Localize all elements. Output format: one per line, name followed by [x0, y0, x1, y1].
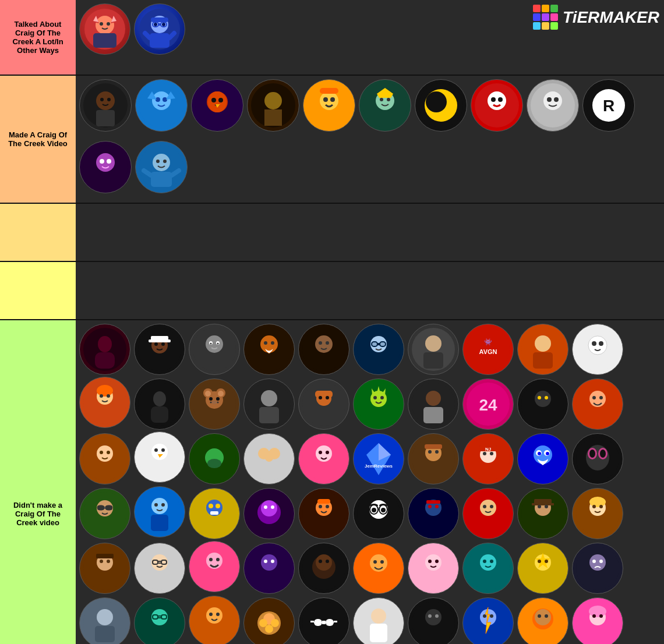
avatar-a-5[interactable] [303, 79, 355, 132]
avatar-d-48[interactable] [462, 543, 514, 594]
avatar-d-29[interactable] [517, 433, 568, 484]
avatar-d-25[interactable] [298, 433, 349, 484]
avatar-d-58[interactable] [462, 597, 514, 644]
svg-point-241 [428, 505, 432, 508]
avatar-d-16[interactable] [353, 378, 404, 430]
avatar-d-34[interactable] [243, 488, 295, 539]
svg-rect-97 [380, 342, 386, 346]
avatar-d-35[interactable] [298, 488, 349, 539]
avatar-d-49[interactable] [517, 543, 568, 594]
avatar-d-14[interactable] [243, 378, 295, 430]
avatar-s-2[interactable] [134, 3, 185, 55]
avatar-d-5[interactable] [298, 324, 349, 375]
svg-point-318 [259, 619, 267, 627]
avatar-d-10[interactable] [572, 324, 623, 375]
avatar-d-47[interactable] [408, 543, 459, 594]
svg-point-166 [161, 448, 165, 452]
avatar-d-23[interactable] [189, 433, 240, 484]
avatar-d-27[interactable] [408, 433, 459, 484]
avatar-d-24[interactable] [243, 433, 295, 484]
avatar-d-40[interactable] [572, 488, 623, 539]
svg-point-33 [218, 98, 223, 102]
svg-rect-11 [151, 17, 168, 22]
svg-point-158 [599, 396, 603, 399]
avatar-d-54[interactable] [243, 597, 295, 644]
avatar-d-15[interactable] [298, 378, 349, 430]
avatar-d-57[interactable] [408, 597, 459, 644]
svg-point-219 [216, 504, 220, 508]
avatar-d-9[interactable] [517, 324, 568, 375]
avatar-d-45[interactable] [298, 543, 349, 594]
avatar-d-3[interactable] [189, 324, 240, 375]
avatar-d-42[interactable] [134, 543, 185, 594]
avatar-a-10[interactable]: R [582, 79, 635, 132]
avatar-d-4[interactable] [243, 324, 295, 375]
avatar-d-41[interactable] [79, 543, 130, 594]
avatar-d-22[interactable] [134, 431, 185, 483]
svg-point-213 [154, 503, 158, 507]
svg-point-92 [319, 341, 322, 345]
avatar-d-56[interactable] [353, 597, 404, 644]
svg-rect-107 [533, 352, 553, 369]
avatar-d-7[interactable] [408, 324, 459, 375]
avatar-d-21[interactable] [79, 433, 130, 484]
avatar-d-37[interactable] [408, 488, 459, 539]
avatar-d-28[interactable]: NJ [462, 433, 514, 484]
svg-point-85 [217, 343, 219, 345]
svg-rect-133 [259, 407, 279, 423]
svg-point-3 [107, 22, 110, 26]
avatar-a-3[interactable] [191, 79, 243, 132]
svg-text:R: R [603, 97, 614, 115]
avatar-d-46[interactable] [353, 543, 404, 594]
avatar-d-6[interactable] [353, 324, 404, 375]
svg-point-297 [538, 560, 541, 563]
avatar-a-6[interactable] [359, 79, 411, 132]
avatar-d-1[interactable] [79, 324, 130, 375]
avatar-d-51[interactable] [79, 597, 130, 644]
avatar-d-31[interactable] [79, 488, 130, 539]
avatar-d-52[interactable] [134, 597, 185, 644]
avatar-d-19[interactable] [517, 378, 568, 430]
avatar-d-8[interactable]: AVGN👾 [462, 324, 514, 375]
avatar-d-60[interactable] [572, 597, 623, 644]
avatar-d-59[interactable] [517, 597, 568, 644]
svg-point-45 [380, 98, 383, 101]
svg-point-46 [387, 98, 390, 101]
logo-cell-4 [533, 13, 541, 21]
avatar-d-13[interactable] [189, 378, 240, 430]
avatar-a-1[interactable] [79, 79, 132, 132]
avatar-d-12[interactable] [134, 378, 185, 430]
avatar-d-30[interactable] [572, 433, 623, 484]
avatar-d-55[interactable] [298, 597, 349, 644]
avatar-d-32[interactable] [134, 486, 185, 537]
avatar-d-20[interactable] [572, 378, 623, 430]
avatar-d-33[interactable] [189, 488, 240, 539]
svg-point-118 [153, 391, 166, 406]
avatar-d-53[interactable] [189, 596, 240, 644]
avatar-d-36[interactable] [353, 488, 404, 539]
avatar-d-44[interactable] [243, 543, 295, 594]
avatar-a-4[interactable] [247, 79, 299, 132]
svg-rect-8 [93, 33, 116, 48]
avatar-a-12[interactable] [135, 141, 188, 193]
avatar-d-26[interactable]: JemReviews [353, 433, 404, 484]
svg-rect-101 [423, 352, 443, 369]
avatar-a-2[interactable] [135, 79, 188, 132]
logo-cell-8 [542, 22, 549, 30]
avatar-d-11[interactable] [79, 377, 130, 428]
avatar-d-39[interactable] [517, 488, 568, 539]
avatar-a-8[interactable] [471, 79, 523, 132]
logo-grid [533, 5, 558, 30]
avatar-d-2[interactable] [134, 324, 185, 375]
svg-point-185 [428, 450, 432, 454]
avatar-d-43[interactable] [189, 541, 240, 592]
avatar-s-1[interactable] [79, 3, 130, 55]
avatar-a-7[interactable] [415, 79, 467, 132]
avatar-d-38[interactable] [462, 488, 514, 539]
svg-point-84 [210, 343, 212, 345]
avatar-a-11[interactable] [79, 141, 132, 193]
avatar-d-50[interactable] [572, 543, 623, 594]
avatar-d-18[interactable]: 24 [462, 378, 514, 430]
avatar-d-17[interactable] [408, 378, 459, 430]
avatar-a-9[interactable] [527, 79, 579, 132]
